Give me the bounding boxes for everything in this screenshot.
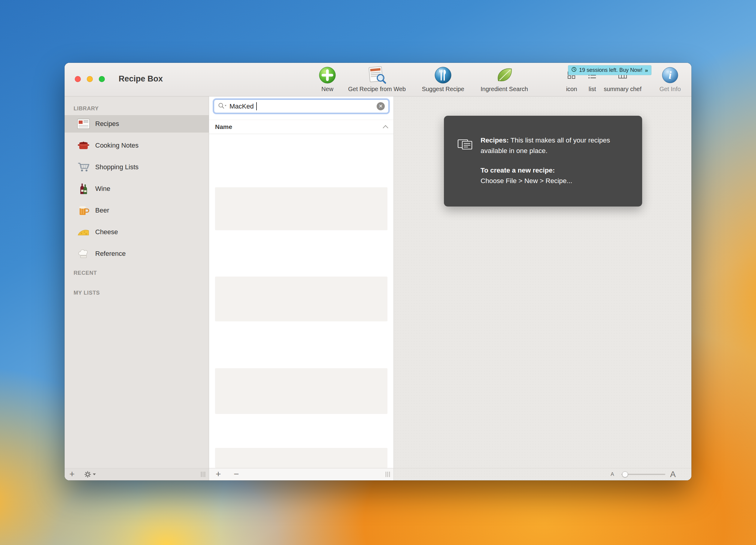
tooltip-heading: Recipes: (481, 136, 509, 144)
ingredient-search-label: Ingredient Search (481, 86, 528, 93)
add-recipe-button[interactable]: + (216, 468, 221, 480)
sidebar-item-cooking-notes[interactable]: Cooking Notes (65, 137, 209, 154)
new-button-label: New (321, 86, 333, 93)
tooltip-subbody: Choose File > New > Recipe... (481, 177, 572, 184)
list-placeholder-row (215, 187, 387, 230)
get-info-label: Get Info (659, 86, 681, 93)
name-column-header[interactable]: Name (209, 120, 393, 134)
wine-bottles-icon (77, 183, 90, 194)
sidebar-item-beer[interactable]: Beer (65, 202, 209, 219)
sidebar-item-label: Cheese (95, 228, 118, 236)
list-placeholder-row (215, 277, 387, 321)
clear-search-button[interactable]: ✕ (377, 102, 385, 110)
info-icon: i (661, 65, 679, 85)
search-value: MacKed (229, 102, 254, 110)
sidebar: LIBRARY Recipes (65, 96, 209, 480)
sidebar-item-label: Wine (95, 185, 110, 193)
traffic-lights (75, 76, 105, 82)
gear-icon (84, 470, 92, 478)
zoom-button[interactable] (99, 76, 105, 82)
sidebar-section-recent: RECENT (74, 270, 209, 277)
new-button[interactable]: New (315, 65, 339, 93)
text-size-small-button[interactable]: A (611, 468, 614, 480)
sidebar-item-label: Shopping Lists (95, 163, 138, 171)
view-mode-list-label: list (589, 86, 596, 93)
recipes-info-tooltip: Recipes: This list makes all of your rec… (444, 116, 642, 206)
detail-panel: Recipes: This list makes all of your rec… (394, 96, 691, 480)
sidebar-item-wine[interactable]: Wine (65, 180, 209, 197)
tooltip-subheading: To create a new recipe: (481, 166, 555, 174)
list-placeholder-row (215, 368, 387, 414)
trial-badge-text: 19 sessions left. Buy Now! (579, 67, 642, 73)
close-button[interactable] (75, 76, 81, 82)
sidebar-section-my-lists: MY LISTS (74, 290, 209, 297)
remove-recipe-button[interactable]: − (234, 468, 239, 480)
recipe-box-window: Recipe Box New (65, 63, 691, 480)
sidebar-item-recipes[interactable]: Recipes (65, 115, 209, 132)
utensils-sphere-icon (434, 65, 452, 85)
web-page-magnifier-icon (366, 65, 387, 85)
list-footer: + − (209, 468, 393, 480)
name-column-label: Name (215, 123, 232, 130)
desktop-wallpaper: Recipe Box New (0, 0, 756, 545)
suggest-recipe-label: Suggest Recipe (422, 86, 464, 93)
sidebar-item-label: Recipes (95, 120, 119, 128)
slider-knob[interactable] (622, 471, 628, 477)
beer-mug-icon (77, 205, 90, 216)
cheese-icon (77, 227, 90, 237)
detail-footer: A A (394, 468, 691, 480)
tooltip-text: Recipes: This list makes all of your rec… (481, 135, 630, 186)
new-plus-icon (318, 65, 337, 85)
sidebar-item-label: Cooking Notes (95, 141, 138, 149)
sidebar-footer: + (65, 468, 209, 480)
text-size-large-button[interactable]: A (670, 468, 676, 480)
leaf-icon (495, 65, 514, 85)
chef-hat-icon (77, 248, 90, 259)
sidebar-item-shopping-lists[interactable]: Shopping Lists (65, 158, 209, 176)
search-input[interactable]: MacKed ✕ (214, 99, 389, 113)
search-magnifier-icon[interactable] (218, 102, 227, 111)
recipe-list-column: MacKed ✕ Name + − (209, 96, 394, 480)
caret-down-icon (93, 473, 96, 475)
sidebar-item-label: Beer (95, 206, 109, 214)
text-size-slider[interactable] (621, 468, 665, 480)
chevron-right-icon: » (645, 67, 648, 74)
sidebar-item-cheese[interactable]: Cheese (65, 223, 209, 241)
titlebar: Recipe Box New (65, 63, 691, 96)
window-title: Recipe Box (119, 74, 163, 84)
get-recipe-from-web-button[interactable]: Get Recipe from Web (339, 65, 414, 93)
recipe-card-icon (77, 119, 90, 129)
text-caret (256, 102, 257, 110)
svg-text:i: i (669, 69, 672, 81)
action-menu-button[interactable] (84, 470, 96, 478)
view-mode-summary-chef-label: summary chef (604, 86, 642, 93)
ingredient-search-button[interactable]: Ingredient Search (473, 65, 536, 93)
recipe-cards-icon (457, 137, 473, 152)
pot-icon (77, 140, 90, 151)
list-resize-handle[interactable] (386, 472, 390, 477)
clock-icon (571, 67, 577, 74)
view-mode-icon-label: icon (566, 86, 577, 93)
add-list-button[interactable]: + (69, 468, 75, 480)
list-placeholder-row (215, 448, 387, 468)
suggest-recipe-button[interactable]: Suggest Recipe (414, 65, 472, 93)
window-content: LIBRARY Recipes (65, 96, 691, 480)
sidebar-section-library: LIBRARY (74, 105, 209, 113)
trial-buy-now-badge[interactable]: 19 sessions left. Buy Now! » (568, 65, 651, 75)
get-recipe-from-web-label: Get Recipe from Web (348, 86, 406, 93)
recipe-list-body (209, 134, 393, 468)
sidebar-resize-handle[interactable] (201, 472, 205, 477)
sidebar-item-reference[interactable]: Reference (65, 245, 209, 262)
sort-ascending-chevron-icon (383, 125, 388, 130)
shopping-cart-icon (77, 162, 90, 172)
get-info-button[interactable]: i Get Info (654, 65, 687, 93)
minimize-button[interactable] (87, 76, 93, 82)
sidebar-item-label: Reference (95, 250, 126, 257)
